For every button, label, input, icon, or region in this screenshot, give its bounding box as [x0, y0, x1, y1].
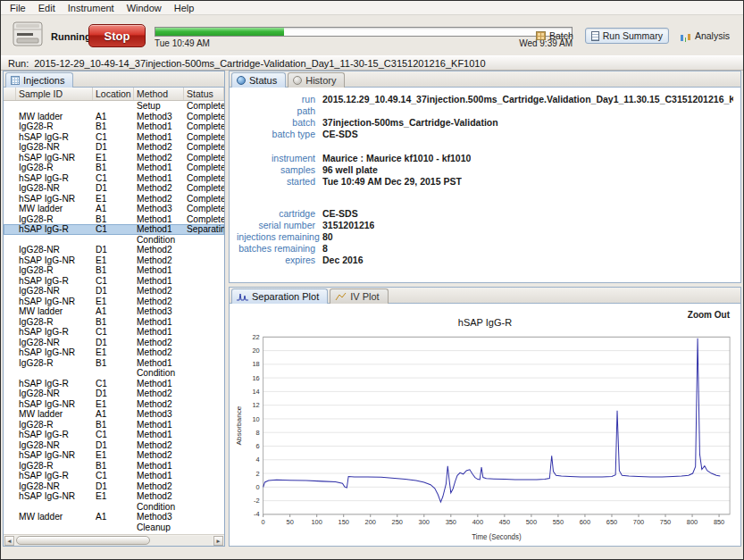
injection-row[interactable]: IgG28-RB1Method1	[4, 420, 224, 430]
injection-row[interactable]: MW ladderA1Method3Completed	[4, 112, 224, 122]
injection-row[interactable]: IgG28-RB1Method1Completed	[4, 163, 224, 173]
location-cell: C1	[93, 173, 134, 184]
injection-row[interactable]: hSAP IgG-RC1Method1Separating	[4, 224, 224, 235]
menu-edit[interactable]: Edit	[32, 2, 62, 14]
injection-row[interactable]: hSAP IgG-RC1Method1Completed	[4, 173, 224, 184]
status-field-label: batches remaining	[237, 243, 322, 254]
method-cell: Method2	[134, 245, 184, 255]
injection-row[interactable]: hSAP IgG-RC1Method1Completed	[4, 132, 224, 143]
injections-horizontal-scrollbar[interactable]: ◄ ►	[4, 534, 224, 546]
injection-row[interactable]: IgG28-RB1Method1	[4, 461, 224, 472]
column-header-status[interactable]: Status	[184, 88, 224, 100]
injection-row[interactable]: IgG28-NRD1Method2	[4, 286, 224, 297]
location-cell: D1	[93, 286, 134, 297]
status-cell	[184, 512, 224, 522]
injection-row[interactable]: Cleanup	[4, 522, 224, 533]
status-cell	[184, 430, 224, 440]
injection-row[interactable]: IgG28-NRD1Method2Completed	[4, 183, 224, 194]
column-header-sample-id[interactable]: Sample ID	[16, 88, 93, 100]
injection-row[interactable]: IgG28-RB1Method1	[4, 317, 224, 328]
injection-row[interactable]: hSAP IgG-NRE1Method2	[4, 255, 224, 266]
scroll-right-arrow[interactable]: ►	[213, 536, 223, 546]
injection-row[interactable]: MW ladderA1Method3	[4, 306, 224, 317]
batch-button[interactable]: Batch	[530, 28, 580, 44]
svg-text:400: 400	[472, 518, 483, 526]
run-progress-fill	[155, 28, 284, 36]
status-cell: Completed	[184, 183, 224, 194]
injection-row[interactable]: IgG28-RB1Method1Completed	[4, 121, 224, 132]
injection-row[interactable]: hSAP IgG-NRE1Method2	[4, 450, 224, 461]
row-gutter	[4, 368, 16, 379]
injection-row[interactable]: IgG28-NRD1Method2	[4, 389, 224, 399]
sample-id-cell	[16, 101, 93, 112]
injection-row[interactable]: Condition	[4, 502, 224, 513]
injection-row[interactable]: hSAP IgG-RC1Method1	[4, 379, 224, 389]
injection-row[interactable]: IgG28-NRD1Method2	[4, 245, 224, 255]
scrollbar-track[interactable]	[15, 536, 213, 546]
svg-text:700: 700	[633, 518, 644, 526]
injection-row[interactable]: MW ladderA1Method3	[4, 512, 224, 522]
injection-row[interactable]: hSAP IgG-NRE1Method2Completed	[4, 194, 224, 205]
tab-iv-plot[interactable]: IV Plot	[330, 288, 388, 304]
scrollbar-thumb[interactable]	[16, 536, 150, 545]
method-cell: Method1	[134, 471, 184, 481]
menu-help[interactable]: Help	[168, 2, 201, 14]
column-header-method[interactable]: Method	[134, 88, 184, 100]
injection-row[interactable]: Condition	[4, 368, 224, 379]
injection-row[interactable]: hSAP IgG-RC1Method1	[4, 430, 224, 440]
location-cell: D1	[93, 389, 134, 399]
svg-text:500: 500	[526, 518, 537, 526]
menu-window[interactable]: Window	[121, 2, 168, 14]
injection-row[interactable]: IgG28-RB1Method1	[4, 358, 224, 369]
run-status-label: Running	[51, 31, 91, 42]
injection-row[interactable]: hSAP IgG-NRE1Method2	[4, 491, 224, 502]
tab-history[interactable]: History	[288, 72, 345, 88]
method-cell: Method1	[134, 121, 184, 132]
injection-row[interactable]: IgG28-NRD1Method2	[4, 440, 224, 451]
stop-button[interactable]: Stop	[88, 24, 146, 47]
scroll-left-arrow[interactable]: ◄	[4, 536, 14, 546]
menu-file[interactable]: File	[4, 2, 32, 14]
status-field-label: run	[237, 94, 322, 104]
menu-instrument[interactable]: Instrument	[62, 2, 121, 14]
injection-row[interactable]: SetupCompleted	[4, 101, 224, 112]
tab-separation-plot[interactable]: Separation Plot	[231, 288, 328, 304]
location-cell: E1	[93, 194, 134, 205]
tab-injections[interactable]: Injections	[5, 72, 73, 88]
status-field-value: Maurice : Maurice kf1010 - kf1010	[322, 153, 471, 163]
injection-row[interactable]: MW ladderA1Method3	[4, 409, 224, 420]
injection-row[interactable]: hSAP IgG-RC1Method1	[4, 471, 224, 481]
location-cell: B1	[93, 121, 134, 132]
injection-row[interactable]: IgG28-NRD1Method2	[4, 338, 224, 348]
injection-row[interactable]: IgG28-NRD1Method2Completed	[4, 142, 224, 153]
injection-row[interactable]: hSAP IgG-RC1Method1	[4, 276, 224, 287]
location-cell: C1	[93, 430, 134, 440]
run-bar: Run: 2015-12-29_10-49-14_37injection-500…	[1, 55, 743, 71]
tab-status[interactable]: Status	[231, 72, 286, 88]
injection-row[interactable]: MW ladderA1Method3Completed	[4, 204, 224, 214]
method-cell: Condition	[134, 235, 184, 246]
injection-row[interactable]: hSAP IgG-NRE1Method2Completed	[4, 153, 224, 163]
sample-id-cell: hSAP IgG-NR	[16, 194, 93, 205]
run-summary-button[interactable]: Run Summary	[585, 28, 669, 44]
injection-row[interactable]: IgG28-NRD1Method2	[4, 481, 224, 492]
svg-text:4: 4	[256, 456, 260, 464]
method-cell: Method1	[134, 163, 184, 173]
sample-id-cell: MW ladder	[16, 409, 93, 420]
sample-id-cell: hSAP IgG-R	[16, 327, 93, 338]
status-cell	[184, 502, 224, 513]
column-header-location[interactable]: Location	[93, 88, 134, 100]
method-cell: Method2	[134, 153, 184, 163]
analysis-button[interactable]: Analysis	[674, 28, 736, 44]
run-summary-button-label: Run Summary	[603, 30, 663, 41]
injection-row[interactable]: hSAP IgG-NRE1Method2	[4, 347, 224, 358]
injection-row[interactable]: hSAP IgG-RC1Method1	[4, 327, 224, 338]
injection-row[interactable]: hSAP IgG-NRE1Method2	[4, 399, 224, 410]
method-cell: Method2	[134, 491, 184, 502]
method-cell: Method2	[134, 194, 184, 205]
injection-row[interactable]: hSAP IgG-NRE1Method2	[4, 297, 224, 307]
injection-row[interactable]: IgG28-RB1Method1	[4, 265, 224, 276]
injection-row[interactable]: IgG28-RB1Method1Completed	[4, 214, 224, 225]
status-cell	[184, 522, 224, 533]
injection-row[interactable]: Condition	[4, 235, 224, 246]
